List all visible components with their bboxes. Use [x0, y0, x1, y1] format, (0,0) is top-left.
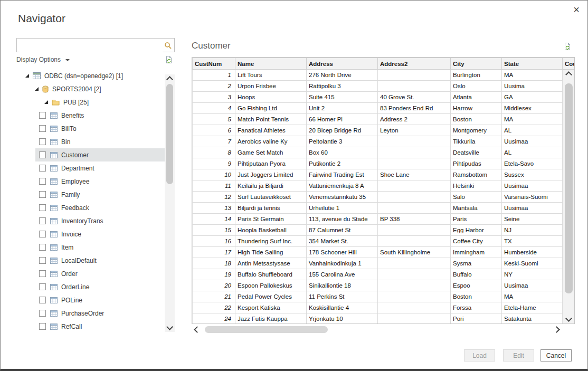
table-row[interactable]: 16 Thundering Surf Inc. 354 Market St. C… [193, 236, 575, 247]
cell-address2 [378, 258, 451, 269]
preview-vscrollbar[interactable] [563, 70, 574, 324]
tree-item-table[interactable]: PurchaseOrder [35, 307, 165, 320]
column-header[interactable]: Name [235, 58, 307, 70]
preview-hscrollbar[interactable] [192, 325, 562, 335]
expander-icon[interactable] [44, 100, 48, 104]
table-row[interactable]: 20 Espoon Pallokeskus Sinikalliontie 18 … [193, 280, 575, 291]
cancel-button[interactable]: Cancel [540, 349, 572, 362]
table-checkbox[interactable] [39, 112, 46, 119]
tree-item-table[interactable]: Department [35, 161, 165, 175]
scroll-down-icon[interactable] [165, 324, 175, 332]
table-checkbox[interactable] [39, 257, 46, 264]
tree-item-database[interactable]: SPORTS2004 [2] [16, 82, 165, 96]
refresh-preview-icon[interactable] [563, 42, 572, 51]
table-row[interactable]: 3 Hoops Suite 415 40 Grove St. Atlanta G… [193, 92, 575, 103]
table-row[interactable]: 22 Kesport Katiska Koskisillantie 4 Fors… [193, 302, 575, 313]
table-row[interactable]: 11 Keilailu ja Biljardi Vattuniemenkuja … [193, 180, 575, 192]
table-row[interactable]: 12 Surf Lautaveikkoset Venemestarinkatu … [193, 192, 575, 203]
table-checkbox[interactable] [39, 165, 46, 172]
load-button[interactable]: Load [464, 349, 495, 362]
tree-item-odbc-source[interactable]: ODBC (dsn=openedge2) [1] [16, 69, 165, 82]
table-row[interactable]: 8 Game Set Match Box 60 Deatsville AL U [193, 147, 575, 158]
display-options-dropdown[interactable]: Display Options [16, 56, 70, 63]
expander-icon[interactable] [25, 74, 29, 78]
tree-item-table[interactable]: Feedback [35, 201, 165, 214]
scroll-right-icon[interactable] [553, 325, 562, 335]
table-checkbox[interactable] [39, 151, 46, 158]
tree-scrollbar[interactable] [165, 74, 175, 332]
table-row[interactable]: 5 Match Point Tennis 66 Homer Pl Address… [193, 114, 575, 125]
tree-item-schema[interactable]: PUB [25] [16, 96, 165, 109]
cell-custnum: 9 [193, 158, 235, 169]
table-checkbox[interactable] [39, 231, 46, 237]
scroll-down-icon[interactable] [563, 315, 574, 324]
column-header[interactable]: CustNum [193, 58, 235, 70]
table-row[interactable]: 7 Aerobics valine Ky Peltolantie 3 Tikku… [193, 136, 575, 147]
expander-icon[interactable] [35, 87, 39, 91]
cell-address: Suite 415 [307, 92, 378, 103]
table-checkbox[interactable] [39, 191, 46, 198]
scrollbar-track[interactable] [201, 325, 553, 335]
tree-item-table[interactable]: InventoryTrans [35, 214, 165, 227]
tree-item-table[interactable]: BillTo [35, 122, 165, 135]
table-row[interactable]: 2 Urpon Frisbee Rattipolku 3 Oslo Uusima… [193, 81, 575, 92]
column-header[interactable]: City [451, 58, 502, 70]
column-header[interactable]: State [502, 58, 563, 70]
table-checkbox[interactable] [39, 283, 46, 290]
close-icon[interactable]: × [571, 4, 582, 15]
search-input[interactable] [19, 39, 163, 52]
table-checkbox[interactable] [39, 310, 46, 317]
tree-item-table[interactable]: Customer [35, 148, 165, 161]
table-row[interactable]: 4 Go Fishing Ltd Unit 2 83 Ponders End R… [193, 103, 575, 114]
tree-item-table[interactable]: LocalDefault [35, 254, 165, 267]
table-row[interactable]: 17 High Tide Sailing 178 Schooner Hill S… [193, 247, 575, 258]
table-checkbox[interactable] [39, 178, 46, 185]
scroll-up-icon[interactable] [165, 74, 175, 83]
tree-item-table[interactable]: Employee [35, 175, 165, 188]
cell-custnum: 13 [193, 203, 235, 214]
scroll-up-icon[interactable] [563, 70, 574, 78]
table-checkbox[interactable] [39, 323, 46, 330]
scrollbar-thumb[interactable] [166, 84, 173, 184]
table-row[interactable]: 14 Paris St Germain 113, avenue du Stade… [193, 214, 575, 225]
tree-item-table[interactable]: Bin [35, 135, 165, 148]
scrollbar-track[interactable] [165, 83, 175, 324]
table-row[interactable]: 24 Jazz Futis Kauppa Yrjonkatu 10 Pori S… [193, 313, 575, 325]
table-checkbox[interactable] [39, 270, 46, 277]
table-checkbox[interactable] [39, 138, 46, 145]
tree-item-table[interactable]: OrderLine [35, 280, 165, 293]
table-row[interactable]: 18 Antin Metsastysase Vanhainkodinkuja 1… [193, 258, 575, 269]
table-row[interactable]: 15 Hoopla Basketball 87 Calumnet St Egg … [193, 225, 575, 236]
table-checkbox[interactable] [39, 217, 46, 224]
refresh-icon[interactable] [165, 55, 173, 64]
search-icon[interactable] [164, 42, 172, 49]
table-row[interactable]: 9 Pihtiputaan Pyora Putikontie 2 Pihtipu… [193, 158, 575, 169]
tree-item-table[interactable]: Order [35, 267, 165, 280]
tree-item-table[interactable]: Invoice [35, 227, 165, 241]
column-header[interactable]: Address2 [378, 58, 451, 70]
tree-item-table[interactable]: Benefits [35, 109, 165, 122]
scroll-left-icon[interactable] [192, 325, 201, 335]
tree-item-table[interactable]: Family [35, 188, 165, 201]
tree-item-table[interactable]: POLine [35, 293, 165, 307]
table-checkbox[interactable] [39, 204, 46, 211]
table-checkbox[interactable] [39, 297, 46, 303]
table-checkbox[interactable] [39, 244, 46, 251]
table-row[interactable]: 21 Pedal Power Cycles 11 Perkins St Bost… [193, 291, 575, 302]
scrollbar-thumb[interactable] [565, 83, 573, 293]
table-checkbox[interactable] [39, 125, 46, 132]
table-row[interactable]: 6 Fanatical Athletes 20 Bicep Bridge Rd … [193, 125, 575, 136]
table-row[interactable]: 19 Buffalo Shuffleboard 155 Carolina Ave… [193, 269, 575, 280]
edit-button[interactable]: Edit [503, 349, 534, 362]
tree-item-table[interactable]: RefCall [35, 320, 165, 333]
table-row[interactable]: 1 Lift Tours 276 North Drive Burlington … [193, 70, 575, 81]
column-header[interactable]: Cou [563, 58, 575, 70]
column-header[interactable]: Address [307, 58, 378, 70]
tree-item-table[interactable]: Item [35, 241, 165, 254]
table-row[interactable]: 10 Just Joggers Limited Fairwind Trading… [193, 169, 575, 180]
scrollbar-thumb[interactable] [205, 326, 328, 333]
table-row[interactable]: 13 Biljardi ja tennis Urheilutie 1 Mants… [193, 203, 575, 214]
scrollbar-track[interactable] [563, 78, 574, 315]
cell-address: 155 Carolina Ave [307, 269, 378, 280]
cell-state: Humberside [502, 247, 563, 258]
